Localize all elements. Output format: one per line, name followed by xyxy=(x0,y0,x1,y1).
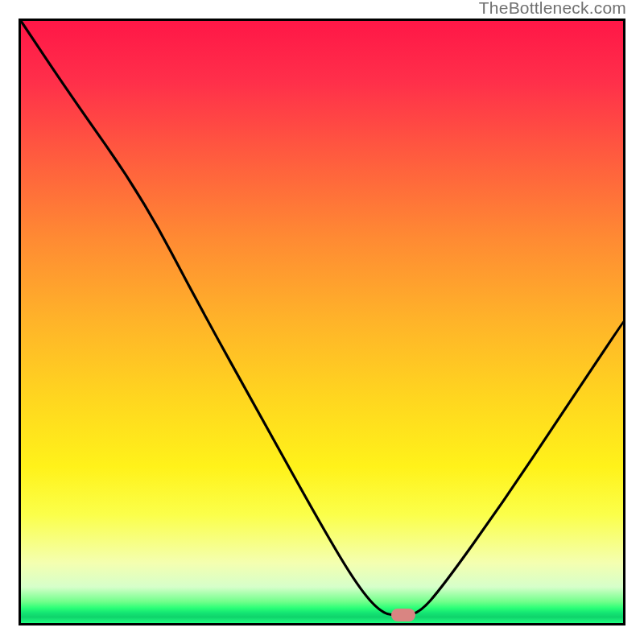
bottleneck-curve xyxy=(21,21,623,623)
chart-frame: TheBottleneck.com xyxy=(0,0,644,644)
plot-area xyxy=(19,19,625,625)
optimal-point-marker xyxy=(391,609,415,621)
watermark-text: TheBottleneck.com xyxy=(479,0,626,18)
